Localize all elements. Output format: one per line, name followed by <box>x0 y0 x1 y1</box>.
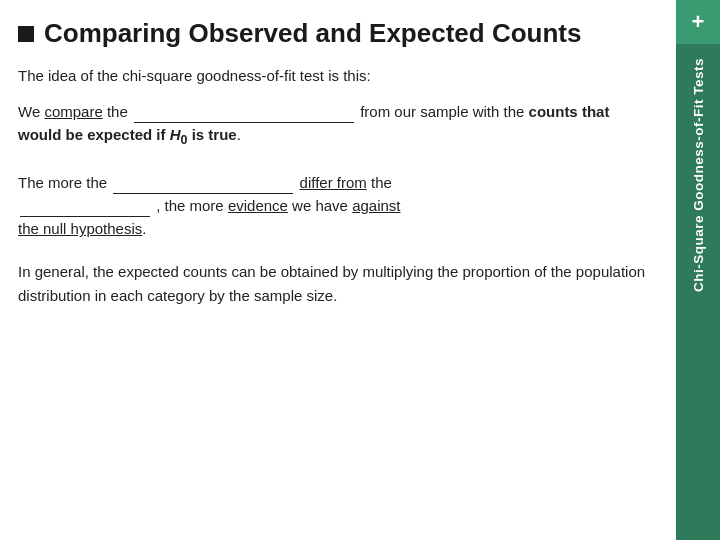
title-row: Comparing Observed and Expected Counts <box>18 18 652 49</box>
p2-differ: differ from the <box>300 174 392 191</box>
bullet-square <box>18 26 34 42</box>
main-content: Comparing Observed and Expected Counts T… <box>0 0 680 540</box>
p1-we: We <box>18 103 44 120</box>
paragraph-1: We compare the from our sample with the … <box>18 100 652 151</box>
paragraph-3: In general, the expected counts can be o… <box>18 260 652 307</box>
p2-differ-underline: differ from <box>300 174 367 191</box>
blank-2 <box>113 180 293 194</box>
sidebar-top-box: + <box>676 0 720 44</box>
p2-null-hypothesis: the null hypothesis <box>18 220 142 237</box>
p2-evidence: evidence <box>228 197 288 214</box>
p2-period: . <box>142 220 146 237</box>
sidebar-label: Chi-Square Goodness-of-Fit Tests <box>691 58 706 292</box>
p2-middle: , the more evidence we have against <box>156 197 400 214</box>
p1-compare: compare <box>44 103 102 120</box>
paragraph-2: The more the differ from the , the more … <box>18 171 652 241</box>
blank-3 <box>20 203 150 217</box>
sidebar: + Chi-Square Goodness-of-Fit Tests <box>676 0 720 540</box>
blank-1 <box>134 109 354 123</box>
p1-the: the <box>103 103 128 120</box>
subtitle: The idea of the chi-square goodness-of-f… <box>18 67 652 84</box>
plus-icon: + <box>692 11 705 33</box>
page-title: Comparing Observed and Expected Counts <box>44 18 581 49</box>
p2-against: against <box>352 197 400 214</box>
p2-the-more: The more the <box>18 174 111 191</box>
